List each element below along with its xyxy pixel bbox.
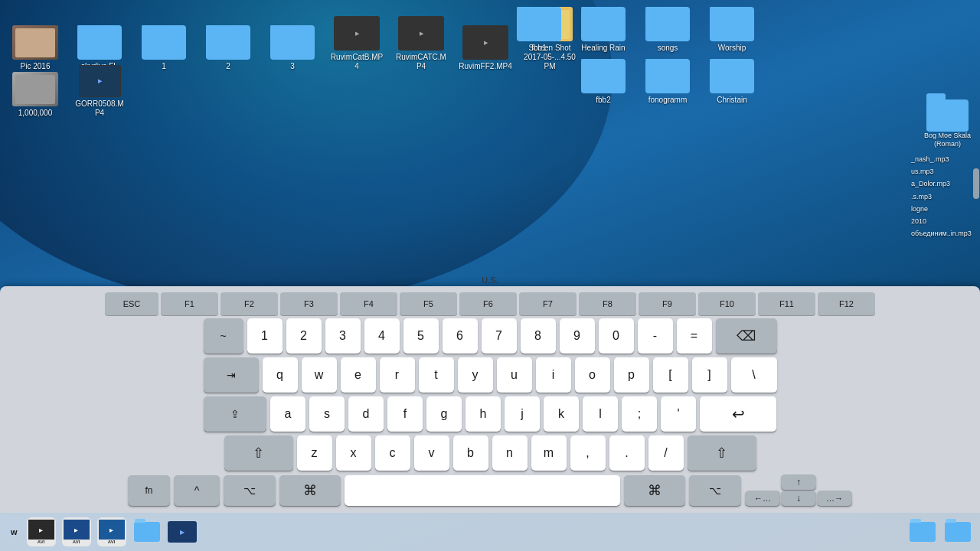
key-i[interactable]: i bbox=[536, 357, 571, 393]
key-quote[interactable]: ' bbox=[661, 396, 696, 432]
key-c[interactable]: c bbox=[375, 435, 410, 471]
key-x[interactable]: x bbox=[336, 435, 371, 471]
key-o[interactable]: o bbox=[575, 357, 610, 393]
key-q[interactable]: q bbox=[263, 357, 298, 393]
key-y[interactable]: y bbox=[458, 357, 493, 393]
key-f7[interactable]: F7 bbox=[519, 292, 577, 315]
taskbar-folder-right2[interactable] bbox=[943, 517, 972, 546]
key-arrow-up[interactable]: ↑ bbox=[781, 474, 816, 490]
key-f10[interactable]: F10 bbox=[698, 292, 756, 315]
key-z[interactable]: z bbox=[297, 435, 332, 471]
key-h[interactable]: h bbox=[466, 396, 501, 432]
icon-3[interactable]: 3 bbox=[262, 21, 323, 75]
key-backslash[interactable]: \ bbox=[731, 357, 777, 393]
key-shift-right[interactable]: ⇧ bbox=[688, 435, 756, 471]
key-m[interactable]: m bbox=[531, 435, 567, 471]
key-4[interactable]: 4 bbox=[364, 318, 400, 354]
key-j[interactable]: j bbox=[505, 396, 540, 432]
key-9[interactable]: 9 bbox=[560, 318, 595, 354]
key-w[interactable]: w bbox=[302, 357, 337, 393]
key-s[interactable]: s bbox=[309, 396, 345, 432]
key-r[interactable]: r bbox=[380, 357, 415, 393]
key-f12[interactable]: F12 bbox=[818, 292, 875, 315]
key-enter[interactable]: ↩ bbox=[700, 396, 776, 432]
key-7[interactable]: 7 bbox=[482, 318, 517, 354]
icon-bog-moe[interactable]: Bog Moe Skala (Roman) bbox=[919, 99, 976, 148]
key-6[interactable]: 6 bbox=[443, 318, 478, 354]
key-slash[interactable]: / bbox=[648, 435, 684, 471]
key-ctrl[interactable]: ^ bbox=[174, 475, 220, 506]
key-l[interactable]: l bbox=[583, 396, 618, 432]
taskbar-folder1[interactable] bbox=[132, 517, 162, 546]
key-equals[interactable]: = bbox=[677, 318, 712, 354]
icon-million[interactable]: 1,000,000 bbox=[5, 68, 66, 122]
key-arrow-left[interactable]: ←… bbox=[745, 491, 780, 506]
icon-healing-rain[interactable]: Healing Rain bbox=[573, 3, 634, 57]
key-capslock[interactable]: ⇪ bbox=[204, 396, 266, 432]
taskbar-avi3[interactable]: ▶ AVI bbox=[97, 517, 126, 546]
key-cmd-right[interactable]: ⌘ bbox=[624, 475, 685, 506]
key-option-left[interactable]: ⌥ bbox=[224, 475, 276, 506]
key-comma[interactable]: , bbox=[570, 435, 606, 471]
key-minus[interactable]: - bbox=[638, 318, 673, 354]
key-shift-left[interactable]: ⇧ bbox=[224, 435, 293, 471]
key-f2[interactable]: F2 bbox=[220, 292, 278, 315]
key-backspace[interactable]: ⌫ bbox=[716, 318, 777, 354]
key-d[interactable]: d bbox=[348, 396, 384, 432]
key-a[interactable]: a bbox=[270, 396, 305, 432]
taskbar-video-thumb[interactable]: ▶ bbox=[168, 517, 197, 546]
key-rbracket[interactable]: ] bbox=[692, 357, 727, 393]
key-f5[interactable]: F5 bbox=[400, 292, 457, 315]
key-arrow-right[interactable]: …→ bbox=[817, 491, 852, 506]
key-n[interactable]: n bbox=[492, 435, 528, 471]
taskbar-avi2[interactable]: ▶ AVI bbox=[62, 517, 91, 546]
key-g[interactable]: g bbox=[426, 396, 462, 432]
key-f6[interactable]: F6 bbox=[459, 292, 517, 315]
key-3[interactable]: 3 bbox=[325, 318, 361, 354]
key-period[interactable]: . bbox=[609, 435, 645, 471]
key-space[interactable] bbox=[345, 475, 620, 506]
key-esc[interactable]: ESC bbox=[105, 292, 158, 315]
key-1[interactable]: 1 bbox=[247, 318, 283, 354]
icon-fonogramm[interactable]: fonogramm bbox=[637, 55, 698, 109]
key-t[interactable]: t bbox=[419, 357, 454, 393]
key-5[interactable]: 5 bbox=[403, 318, 439, 354]
icon-fbb2[interactable]: fbb2 bbox=[573, 55, 634, 109]
icon-1[interactable]: 1 bbox=[133, 21, 194, 75]
key-e[interactable]: e bbox=[341, 357, 376, 393]
key-p[interactable]: p bbox=[614, 357, 649, 393]
icon-fbb1[interactable]: fbb1 bbox=[508, 3, 570, 57]
icon-ruvimcatb[interactable]: ▶ RuvimCatB.MP4 bbox=[326, 12, 387, 75]
icon-2[interactable]: 2 bbox=[198, 21, 259, 75]
key-u[interactable]: u bbox=[497, 357, 532, 393]
key-8[interactable]: 8 bbox=[521, 318, 556, 354]
key-fn[interactable]: fn bbox=[128, 475, 170, 506]
key-f3[interactable]: F3 bbox=[280, 292, 338, 315]
icon-bog-moe-label: Bog Moe Skala (Roman) bbox=[919, 132, 976, 148]
icon-worship[interactable]: Worship bbox=[701, 3, 763, 57]
key-f8[interactable]: F8 bbox=[579, 292, 636, 315]
key-tab[interactable]: ⇥ bbox=[204, 357, 259, 393]
key-semicolon[interactable]: ; bbox=[622, 396, 657, 432]
key-arrow-down[interactable]: ↓ bbox=[781, 491, 816, 506]
key-f4[interactable]: F4 bbox=[340, 292, 397, 315]
key-k[interactable]: k bbox=[544, 396, 579, 432]
key-b[interactable]: b bbox=[453, 435, 488, 471]
key-tilde[interactable]: ~ bbox=[204, 318, 243, 354]
key-cmd-left[interactable]: ⌘ bbox=[279, 475, 341, 506]
key-0[interactable]: 0 bbox=[599, 318, 634, 354]
icon-gorr0508[interactable]: ▶ GORR0508.MP4 bbox=[69, 61, 130, 122]
key-v[interactable]: v bbox=[414, 435, 449, 471]
key-f1[interactable]: F1 bbox=[161, 292, 218, 315]
icon-ruvimcatc[interactable]: ▶ RuvimCATC.MP4 bbox=[390, 12, 452, 75]
taskbar-avi1[interactable]: ▶ AVI bbox=[27, 517, 56, 546]
key-f9[interactable]: F9 bbox=[639, 292, 696, 315]
taskbar-folder-right1[interactable] bbox=[908, 517, 937, 546]
key-f11[interactable]: F11 bbox=[758, 292, 815, 315]
key-option-right[interactable]: ⌥ bbox=[689, 475, 741, 506]
key-f[interactable]: f bbox=[387, 396, 423, 432]
key-2[interactable]: 2 bbox=[286, 318, 322, 354]
key-lbracket[interactable]: [ bbox=[653, 357, 688, 393]
icon-christain[interactable]: Christain bbox=[701, 55, 763, 109]
icon-songs[interactable]: songs bbox=[637, 3, 698, 57]
